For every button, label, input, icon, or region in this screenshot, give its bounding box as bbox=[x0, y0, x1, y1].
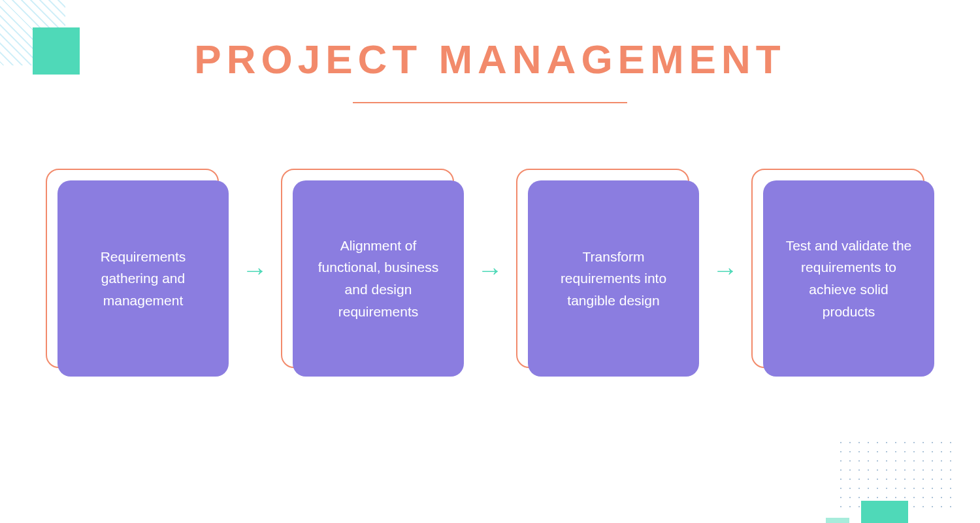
step-fill: Requirements gathering and management bbox=[57, 180, 229, 377]
decorative-square-bottom-right bbox=[861, 501, 908, 523]
step-text: Transform requirements into tangible des… bbox=[547, 246, 679, 312]
arrow-icon: → bbox=[477, 257, 503, 290]
step-fill: Transform requirements into tangible des… bbox=[528, 180, 699, 377]
decorative-dots bbox=[836, 438, 954, 510]
decorative-square-bottom-right-2 bbox=[826, 518, 849, 523]
arrow-icon: → bbox=[242, 257, 268, 290]
arrow-icon: → bbox=[712, 257, 738, 290]
flow-step-3: Transform requirements into tangible des… bbox=[516, 169, 699, 378]
page-title: PROJECT MANAGEMENT bbox=[0, 36, 980, 82]
process-flow: Requirements gathering and management → … bbox=[0, 169, 980, 378]
step-text: Test and validate the requirements to ac… bbox=[783, 235, 915, 322]
flow-step-2: Alignment of functional, business and de… bbox=[281, 169, 464, 378]
flow-step-1: Requirements gathering and management bbox=[46, 169, 229, 378]
step-fill: Test and validate the requirements to ac… bbox=[763, 180, 934, 377]
title-section: PROJECT MANAGEMENT bbox=[0, 0, 980, 103]
title-underline bbox=[353, 102, 627, 103]
step-text: Requirements gathering and management bbox=[77, 246, 209, 312]
step-text: Alignment of functional, business and de… bbox=[312, 235, 444, 322]
flow-step-4: Test and validate the requirements to ac… bbox=[751, 169, 934, 378]
step-fill: Alignment of functional, business and de… bbox=[293, 180, 464, 377]
decorative-square-top-left bbox=[33, 27, 80, 75]
